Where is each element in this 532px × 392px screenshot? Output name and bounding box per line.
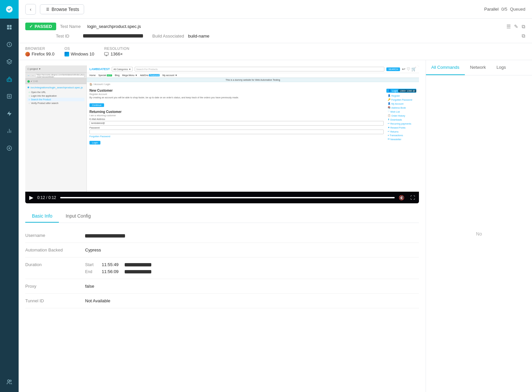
copy-icon[interactable]: ⧉	[522, 24, 525, 30]
automation-value: Cypress	[85, 247, 101, 252]
tabs-list: Basic Info Input Config	[25, 210, 419, 223]
step-verify: ○ Verify Product after search	[27, 101, 84, 105]
new-customer-section: New Customer Register Account By creatin…	[89, 89, 384, 107]
end-label: End	[85, 269, 98, 274]
sidebar-item-analytics[interactable]	[3, 124, 16, 138]
queued-label: Queued	[510, 7, 525, 12]
sidebar-item-add[interactable]	[3, 142, 16, 155]
spec-file-label: ✱ /src/integrations/login_searchproduct.…	[27, 86, 84, 89]
mini-browser-bar: ⬡ project ▼	[25, 65, 86, 73]
resolution-value: 1366×	[104, 51, 129, 56]
topbar-right: Parallel 0/5 Queued	[484, 7, 525, 12]
video-controls: ▶ 0:12 / 0:12 🔇 ⛶	[25, 192, 419, 203]
sidebar-item-history[interactable]	[3, 38, 16, 51]
project-label: ⬡ project ▼	[27, 67, 41, 70]
duration-grid: Start 11:55:49 End 11:56:09	[85, 262, 151, 274]
copy-build-action: ⧉	[522, 33, 525, 39]
browser-value: Firefox 99.0	[25, 51, 55, 56]
sidebar-item-lightning[interactable]	[3, 107, 16, 120]
svg-point-8	[8, 80, 9, 80]
search-bar: Search For Products	[135, 67, 384, 71]
basic-info-table: Username Automation Backed Cypress Durat…	[25, 228, 419, 308]
list-action-icon[interactable]: ☰	[506, 24, 511, 30]
sidebar	[0, 0, 19, 392]
returning-desc: I am a returning customer	[89, 114, 384, 117]
svg-rect-10	[7, 94, 11, 98]
start-label: Start	[85, 262, 98, 267]
svg-rect-3	[7, 28, 9, 30]
sidebar-item-reports[interactable]	[3, 90, 16, 103]
sidebar-item-layers[interactable]	[3, 55, 16, 68]
tab-basic-info[interactable]: Basic Info	[25, 210, 59, 223]
sidebar-item-dashboard[interactable]	[3, 21, 16, 34]
test-steps-panel: ⬡ project ▼ ← → https://accounts.alegroo…	[25, 65, 87, 192]
test-steps-list: ✱ /src/integrations/login_searchproduct.…	[25, 84, 86, 107]
play-button[interactable]: ▶	[29, 194, 33, 201]
build-name-value: build-name	[188, 34, 209, 39]
video-screenshot: ⬡ project ▼ ← → https://accounts.alegroo…	[25, 65, 419, 192]
sidebar-item-automation[interactable]	[3, 72, 16, 86]
left-panel: ⬡ project ▼ ← → https://accounts.alegroo…	[19, 60, 426, 392]
register-label: Register Account	[89, 93, 384, 95]
orderhistory-link: 📋 Order History	[386, 114, 416, 118]
end-time: 11:56:09	[102, 269, 119, 274]
progress-bar[interactable]	[60, 197, 395, 198]
time-display: 0:12 / 0:12	[37, 195, 56, 200]
test-name-value: login_searchproduct.spec.js	[87, 24, 141, 29]
new-customer-title: New Customer	[89, 89, 384, 92]
resolution-meta: Resolution 1366×	[104, 47, 129, 56]
header-icons: ↩ ♡ 🛒	[402, 67, 416, 71]
mini-nav-bar: ← → https://accounts.alegroo.com/lambdat…	[25, 73, 86, 79]
right-panel: All Commands Network Logs No	[426, 60, 532, 392]
svg-marker-6	[7, 59, 12, 63]
recurring-link: ↩ Recurring payments	[386, 122, 416, 126]
address-link: 📚 Address Book	[386, 106, 416, 110]
browse-tests-label: Browse Tests	[52, 7, 79, 12]
tunnel-value: Not Available	[85, 298, 110, 303]
svg-rect-27	[105, 52, 109, 55]
topbar: ‹ Browse Tests Parallel 0/5 Queued	[19, 0, 532, 19]
tab-all-commands[interactable]: All Commands	[426, 60, 465, 75]
os-value: Windows 10	[65, 51, 94, 56]
browser-label: Browser	[25, 47, 55, 50]
breadcrumb-lt: 🏠 / Account / Login	[87, 82, 419, 87]
password-label: Password	[89, 127, 384, 129]
lt-banner: This is a dummy website for Web Automati…	[87, 78, 419, 82]
test-info-bar: ✓ PASSED Test Name login_searchproduct.s…	[19, 19, 532, 43]
lt-nav: Home Special HOT Blog Mega Menu ▼ AddOns…	[87, 73, 419, 78]
right-panel-content: No	[426, 75, 532, 392]
automation-row: Automation Backed Cypress	[25, 243, 419, 257]
bottom-tabs: Basic Info Input Config	[25, 210, 419, 223]
tab-network[interactable]: Network	[465, 60, 491, 75]
browser-meta: Browser Firefox 99.0	[25, 47, 55, 56]
volume-icon[interactable]: 🔇	[399, 195, 404, 200]
browse-tests-button[interactable]: Browse Tests	[40, 4, 84, 14]
end-date-redacted	[125, 270, 151, 273]
email-input-lt: lambdatest@	[89, 121, 384, 126]
parallel-value: 0/5	[501, 7, 507, 12]
myaccount-link: 👤 My Account	[386, 102, 416, 106]
duration-label: Duration	[25, 262, 85, 274]
monitor-icon	[104, 52, 109, 56]
browser-icon	[25, 52, 30, 56]
automation-label: Automation Backed	[25, 247, 85, 252]
transactions-link: ≡ Transactions	[386, 134, 416, 137]
edit-icon[interactable]: ✎	[514, 24, 518, 30]
passed-badge: ✓ PASSED	[25, 23, 56, 30]
start-row: Start 11:55:49	[85, 262, 151, 267]
downloads-link: ⬇ Downloads	[386, 118, 416, 122]
password-input-lt	[89, 130, 384, 134]
resolution-label: Resolution	[104, 47, 129, 50]
fullscreen-icon[interactable]: ⛶	[410, 195, 415, 200]
logo[interactable]	[0, 0, 19, 19]
tab-logs[interactable]: Logs	[491, 60, 511, 75]
back-button[interactable]: ‹	[25, 4, 36, 15]
svg-rect-7	[7, 79, 12, 81]
os-label: OS	[65, 47, 94, 50]
duration-row: Duration Start 11:55:49 End 11:56:09	[25, 257, 419, 279]
sidebar-item-team[interactable]	[3, 375, 16, 389]
copy-build-icon[interactable]: ⧉	[522, 33, 525, 39]
wishlist-link: ♡ Wish List	[386, 110, 416, 114]
tab-input-config[interactable]: Input Config	[59, 210, 97, 223]
lt-login-left: New Customer Register Account By creatin…	[89, 89, 384, 188]
